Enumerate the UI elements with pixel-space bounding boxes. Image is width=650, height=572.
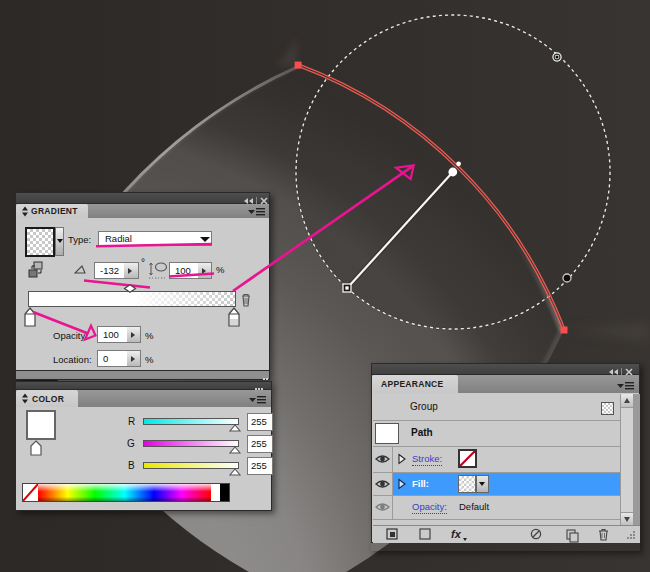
svg-text:fx: fx (451, 528, 462, 540)
